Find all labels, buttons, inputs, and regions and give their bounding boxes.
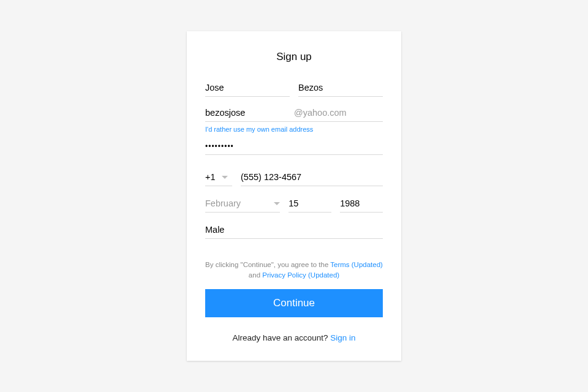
phone-row: +1 [205,168,383,186]
birth-month-select[interactable]: February [205,195,280,213]
email-local-field[interactable] [205,104,294,121]
email-domain-suffix: @yahoo.com [294,104,383,121]
birth-year-field[interactable] [340,195,383,213]
gender-select[interactable]: Male [205,221,383,239]
last-name-input[interactable] [298,83,383,92]
privacy-policy-link[interactable]: Privacy Policy (Updated) [262,271,339,279]
birth-day-input[interactable] [288,198,331,208]
email-row: @yahoo.com [205,104,383,122]
password-mask: ••••••••• [205,142,234,151]
email-local-input[interactable] [205,108,294,118]
signin-link[interactable]: Sign in [330,333,355,342]
password-field[interactable]: ••••••••• [205,138,383,155]
terms-link[interactable]: Terms (Updated) [330,261,383,268]
chevron-down-icon [222,176,228,179]
birth-day-field[interactable] [288,195,331,213]
gender-value: Male [205,225,224,235]
dob-row: February [205,195,383,213]
signup-card: Sign up @yahoo.com I'd rather use my own… [187,31,401,360]
first-name-input[interactable] [205,83,290,92]
use-own-email-link[interactable]: I'd rather use my own email address [205,126,383,133]
country-code-select[interactable]: +1 [205,168,232,186]
continue-button[interactable]: Continue [205,289,383,317]
terms-text: By clicking "Continue", you agree to the… [205,260,383,280]
name-row [205,79,383,97]
signin-prompt: Already have an account? [232,333,330,342]
phone-number-field[interactable] [241,168,383,186]
birth-year-input[interactable] [340,198,383,208]
terms-middle: and [249,271,262,279]
signin-line: Already have an account? Sign in [205,333,383,342]
birth-month-value: February [205,198,241,208]
phone-number-input[interactable] [241,172,383,182]
chevron-down-icon [274,202,280,205]
page-title: Sign up [205,51,383,63]
first-name-field[interactable] [205,79,290,97]
last-name-field[interactable] [298,79,383,97]
country-code-value: +1 [205,172,216,182]
terms-prefix: By clicking "Continue", you agree to the [205,261,330,268]
